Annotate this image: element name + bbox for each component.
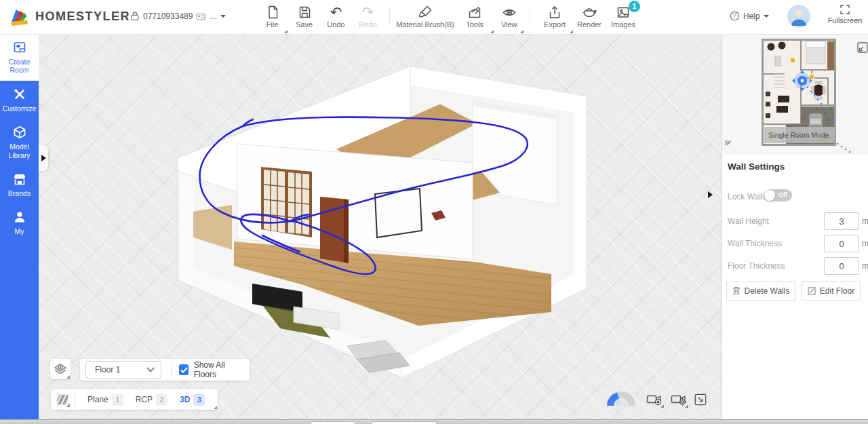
- layers-icon: [53, 362, 68, 377]
- homestyler-logo[interactable]: HOMESTYLER: [7, 5, 130, 27]
- delete-walls-button[interactable]: Delete Walls: [726, 281, 795, 301]
- help-menu[interactable]: ? Help: [730, 11, 769, 21]
- lock-walls-toggle[interactable]: Off: [764, 189, 792, 201]
- layers-button[interactable]: [50, 359, 71, 379]
- lock-icon: [130, 11, 140, 21]
- undo-button[interactable]: ↶ Undo: [320, 1, 352, 34]
- left-sidebar: Create Room Customize Model Library Bran…: [0, 34, 39, 419]
- edit-floor-button[interactable]: Edit Floor: [802, 281, 861, 301]
- view-button[interactable]: View: [494, 1, 524, 34]
- floor-selector-value: Floor 1: [95, 365, 120, 374]
- popout-minimap-button[interactable]: [856, 41, 868, 54]
- pattern-style-button[interactable]: [54, 391, 71, 408]
- account-menu[interactable]: 07710933489 …: [130, 11, 226, 21]
- triangle-right-icon: [41, 155, 50, 161]
- tab-3d-badge: 3: [193, 394, 205, 406]
- sidebar-item-customize[interactable]: Customize: [0, 81, 39, 119]
- help-icon: ?: [730, 11, 740, 21]
- lock-walls-label: Lock Walls: [728, 192, 767, 201]
- divider: [75, 392, 75, 407]
- minimap-ray-extension: [835, 142, 862, 155]
- floorplan-minimap[interactable]: Single Room Mode: [762, 39, 836, 146]
- redo-icon: ↷: [362, 4, 374, 20]
- wall-thickness-input[interactable]: [824, 235, 859, 252]
- expand-left-panel-handle[interactable]: [39, 145, 48, 171]
- file-icon: [265, 4, 280, 20]
- toolbar-separator: [530, 7, 530, 26]
- tab-plane[interactable]: Plane 1: [87, 394, 123, 406]
- tools-button[interactable]: Tools: [455, 1, 494, 34]
- view-icon: [502, 4, 517, 20]
- wall-height-unit: m: [862, 216, 868, 226]
- render-button[interactable]: Render: [574, 1, 605, 34]
- expand-right-panel-handle[interactable]: [707, 185, 717, 205]
- tab-rcp[interactable]: RCP 2: [136, 394, 167, 406]
- wall-height-input[interactable]: [824, 212, 859, 230]
- sidebar-item-my[interactable]: My: [0, 204, 39, 242]
- top-bar: HOMESTYLER 07710933489 … File Save: [0, 0, 868, 35]
- save-button[interactable]: Save: [288, 1, 320, 34]
- gauge-icon: [606, 390, 637, 406]
- tab-rcp-badge: 2: [156, 394, 167, 406]
- fullscreen-icon: [839, 3, 851, 16]
- check-icon: [180, 367, 188, 373]
- right-panel: Single Room Mode Wall Settings Lock Wall…: [722, 34, 868, 419]
- person-icon: [0, 209, 39, 225]
- avatar-icon: [787, 5, 810, 28]
- tab-plane-badge: 1: [112, 394, 123, 406]
- single-room-mode-label: Single Room Mode: [768, 131, 829, 139]
- minimap-section: Single Room Mode: [722, 34, 868, 155]
- camera-settings-button[interactable]: [669, 391, 689, 408]
- help-label: Help: [743, 12, 760, 21]
- floor-selector[interactable]: Floor 1: [85, 361, 161, 379]
- fullscreen-label: Fullscreen: [826, 16, 864, 24]
- account-id: 07710933489: [143, 12, 193, 21]
- camera-view-button[interactable]: [644, 391, 665, 408]
- export-icon: [547, 4, 562, 20]
- collapse-icon: [694, 393, 707, 406]
- sidebar-item-create-room[interactable]: Create Room: [0, 34, 39, 81]
- customize-tools-icon: [0, 86, 39, 102]
- tabbar-more: [214, 406, 217, 409]
- main-toolbar: File Save ↶ Undo ↷ Redo Material Brush(B…: [256, 1, 642, 34]
- minimize-viewport-button[interactable]: [693, 392, 708, 407]
- glass-door: [261, 167, 312, 237]
- redo-button: ↷ Redo: [352, 1, 384, 34]
- material-brush-button[interactable]: Material Brush(B): [395, 1, 455, 34]
- orientation-gauge[interactable]: [606, 389, 637, 407]
- account-card-icon: [196, 12, 205, 21]
- avatar[interactable]: [787, 5, 810, 28]
- viewport-3d[interactable]: Floor 1 Show All Floors Plane 1 RCP 2: [39, 34, 722, 419]
- account-more: …: [209, 12, 217, 21]
- export-button[interactable]: Export: [536, 1, 574, 34]
- taskbar-window-button[interactable]: [372, 421, 437, 424]
- view-tab-bar: Plane 1 RCP 2 3D 3: [51, 389, 218, 410]
- wall-height-label: Wall Height: [728, 216, 769, 226]
- save-icon: [297, 4, 312, 20]
- logo-text: HOMESTYLER: [35, 9, 130, 24]
- svg-text:?: ?: [733, 12, 736, 19]
- fullscreen-button[interactable]: Fullscreen: [826, 3, 864, 24]
- undo-icon: ↶: [330, 4, 342, 20]
- taskbar-window-button[interactable]: [311, 421, 355, 424]
- storefront-icon: [0, 171, 39, 187]
- show-all-floors-label: Show All Floors: [194, 360, 240, 379]
- sidebar-item-model-library[interactable]: Model Library: [0, 119, 39, 166]
- file-button[interactable]: File: [256, 1, 288, 34]
- create-room-icon: [0, 39, 39, 56]
- wall-settings-title: Wall Settings: [728, 161, 785, 172]
- floor-thickness-input[interactable]: [824, 257, 859, 275]
- show-all-floors-checkbox[interactable]: [179, 364, 188, 375]
- resize-handle-icon[interactable]: [724, 136, 734, 147]
- images-button[interactable]: Images 1: [605, 1, 642, 34]
- sidebar-item-brands[interactable]: Brands: [0, 166, 39, 204]
- chevron-down-icon: [764, 15, 769, 20]
- toggle-knob: [764, 190, 775, 201]
- tab-3d[interactable]: 3D 3: [180, 394, 205, 406]
- divider: [171, 362, 172, 377]
- floor-bar: Floor 1 Show All Floors: [80, 359, 250, 381]
- toolbar-separator: [389, 7, 390, 26]
- material-brush-icon: [418, 4, 433, 20]
- floor-thickness-unit: m: [862, 261, 868, 271]
- render-teapot-icon: [581, 4, 597, 20]
